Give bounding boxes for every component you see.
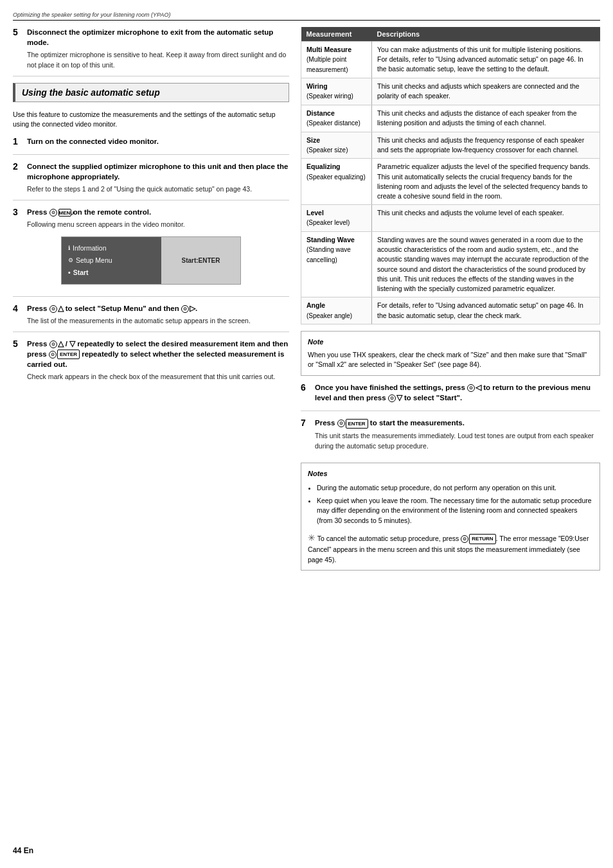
enter-button-7: ENTER (346, 419, 368, 429)
remote-icon-7: ⊙ (337, 420, 345, 427)
table-row: Size(Speaker size)This unit checks and a… (301, 132, 600, 159)
content-area: 5 Disconnect the optimizer microphone to… (13, 27, 600, 840)
step-1-number: 1 (13, 136, 23, 146)
step-5: 5 Press ⊙△ / ▽ repeatedly to select the … (13, 339, 289, 387)
step-2-number: 2 (13, 161, 23, 172)
menu-item-setup: ⚙ Setup Menu (68, 254, 155, 267)
step-5-pre-title: Disconnect the optimizer microphone to e… (27, 27, 289, 48)
measurement-desc: This unit checks and adjusts the frequen… (372, 132, 600, 159)
right-steps: 6 Once you have finished the settings, p… (301, 382, 600, 456)
measurement-name: Size(Speaker size) (301, 132, 372, 159)
start-bullet: • (68, 267, 71, 279)
right-step-6-number: 6 (301, 382, 311, 393)
table-header-descriptions: Descriptions (372, 27, 600, 42)
page-header: Optimizing the speaker setting for your … (13, 12, 600, 21)
notes-list: During the automatic setup procedure, do… (308, 483, 593, 526)
table-header-measurement: Measurement (301, 27, 372, 42)
tip-section: ✳ To cancel the automatic setup procedur… (308, 531, 593, 565)
menu-label-setup: Setup Menu (76, 254, 112, 267)
note-item: Keep quiet when you leave the room. The … (317, 496, 593, 526)
remote-icon-4b: ⊙ (181, 305, 189, 313)
remote-icon-return: ⊙ (461, 535, 468, 543)
measurement-name: Level(Speaker level) (301, 205, 372, 232)
right-step-6-title: Once you have finished the settings, pre… (315, 382, 600, 403)
menu-button: MENU (58, 209, 71, 217)
notes-box: Notes During the automatic setup procedu… (301, 463, 600, 571)
remote-icon: ⊙ (49, 209, 57, 217)
table-row: Angle(Speaker angle)For details, refer t… (301, 297, 600, 324)
remote-icon-5: ⊙ (49, 341, 57, 348)
page-number: 44 En (13, 846, 33, 855)
menu-screen: ℹ Information ⚙ Setup Menu • Start (61, 236, 241, 285)
table-row: Multi Measure(Multiple point measurement… (301, 42, 600, 78)
right-step-7-number: 7 (301, 418, 311, 428)
right-step-7: 7 Press ⊙ENTER to start the measurements… (301, 418, 600, 456)
menu-left-panel: ℹ Information ⚙ Setup Menu • Start (62, 237, 161, 284)
tip-icon: ✳ (308, 533, 315, 543)
info-icon: ℹ (68, 243, 70, 253)
menu-label-information: Information (73, 242, 107, 254)
step-5-pre-body: The optimizer microphone is sensitive to… (27, 50, 289, 71)
remote-icon-5b: ⊙ (49, 351, 57, 359)
menu-right-panel: Start:ENTER (161, 237, 240, 284)
right-column: Measurement Descriptions Multi Measure(M… (301, 27, 600, 840)
remote-icon-4: ⊙ (49, 305, 57, 313)
step-3-heading: 3 Press ⊙MENU on the remote control. (13, 207, 289, 217)
measurement-desc: This unit checks and adjusts which speak… (372, 78, 600, 105)
return-button: RETURN (469, 534, 495, 544)
menu-label-start: Start (73, 267, 89, 279)
step-3-body: Following menu screen appears in the vid… (27, 220, 289, 230)
measurement-desc: Standing waves are the sound waves gener… (372, 231, 600, 297)
right-step-6: 6 Once you have finished the settings, p… (301, 382, 600, 411)
step-4-heading: 4 Press ⊙△ to select "Setup Menu" and th… (13, 303, 289, 314)
measurement-name: Equalizing(Speaker equalizing) (301, 159, 372, 205)
step-1: 1 Turn on the connected video monitor. (13, 136, 289, 155)
measurement-desc: For details, refer to "Using advanced au… (372, 297, 600, 324)
menu-box-inner: ℹ Information ⚙ Setup Menu • Start (62, 237, 240, 284)
measurement-name: Angle(Speaker angle) (301, 297, 372, 324)
step-4: 4 Press ⊙△ to select "Setup Menu" and th… (13, 303, 289, 332)
step-5-heading: 5 Press ⊙△ / ▽ repeatedly to select the … (13, 339, 289, 370)
table-row: Equalizing(Speaker equalizing)Parametric… (301, 159, 600, 205)
measurement-desc: This unit checks and adjusts the volume … (372, 205, 600, 232)
menu-right-label: Start:ENTER (181, 257, 220, 264)
step-5-pre: 5 Disconnect the optimizer microphone to… (13, 27, 289, 76)
setup-icon: ⚙ (68, 255, 73, 265)
menu-item-information: ℹ Information (68, 242, 155, 254)
step-2-heading: 2 Connect the supplied optimizer microph… (13, 161, 289, 182)
notes-title: Notes (308, 468, 593, 479)
measurements-table: Measurement Descriptions Multi Measure(M… (301, 27, 600, 324)
step-5-body: Check mark appears in the check box of t… (27, 372, 289, 382)
section-title: Using the basic automatic setup (13, 83, 289, 102)
measurement-name: Distance(Speaker distance) (301, 105, 372, 132)
page: Optimizing the speaker setting for your … (0, 0, 613, 868)
step-2: 2 Connect the supplied optimizer microph… (13, 161, 289, 200)
note-box-single: Note When you use THX speakers, clear th… (301, 331, 600, 376)
table-row: Wiring(Speaker wiring)This unit checks a… (301, 78, 600, 105)
note-text: When you use THX speakers, clear the che… (308, 350, 593, 371)
right-step-7-heading: 7 Press ⊙ENTER to start the measurements… (301, 418, 600, 429)
step-4-number: 4 (13, 303, 23, 314)
step-5-pre-number: 5 (13, 27, 23, 37)
step-1-title: Turn on the connected video monitor. (27, 136, 159, 146)
table-row: Distance(Speaker distance)This unit chec… (301, 105, 600, 132)
note-title: Note (308, 337, 593, 348)
table-row: Level(Speaker level)This unit checks and… (301, 205, 600, 232)
remote-icon-6: ⊙ (467, 384, 475, 392)
measurement-desc: Parametric equalizer adjusts the level o… (372, 159, 600, 205)
step-2-title: Connect the supplied optimizer microphon… (27, 161, 289, 182)
measurement-desc: This unit checks and adjusts the distanc… (372, 105, 600, 132)
measurement-name: Multi Measure(Multiple point measurement… (301, 42, 372, 78)
step-4-title: Press ⊙△ to select "Setup Menu" and then… (27, 303, 197, 314)
right-step-7-body: This unit starts the measurements immedi… (315, 431, 600, 452)
measurement-name: Wiring(Speaker wiring) (301, 78, 372, 105)
note-item: During the automatic setup procedure, do… (317, 483, 593, 493)
step-5-pre-heading: 5 Disconnect the optimizer microphone to… (13, 27, 289, 48)
step-5-title: Press ⊙△ / ▽ repeatedly to select the de… (27, 339, 289, 370)
step-2-body: Refer to the steps 1 and 2 of "Using the… (27, 184, 289, 195)
right-step-7-title: Press ⊙ENTER to start the measurements. (315, 418, 465, 429)
right-step-6-heading: 6 Once you have finished the settings, p… (301, 382, 600, 403)
step-4-body: The list of the measurements in the auto… (27, 316, 289, 326)
table-row: Standing Wave(Standing wave cancelling)S… (301, 231, 600, 297)
step-3-number: 3 (13, 207, 23, 217)
